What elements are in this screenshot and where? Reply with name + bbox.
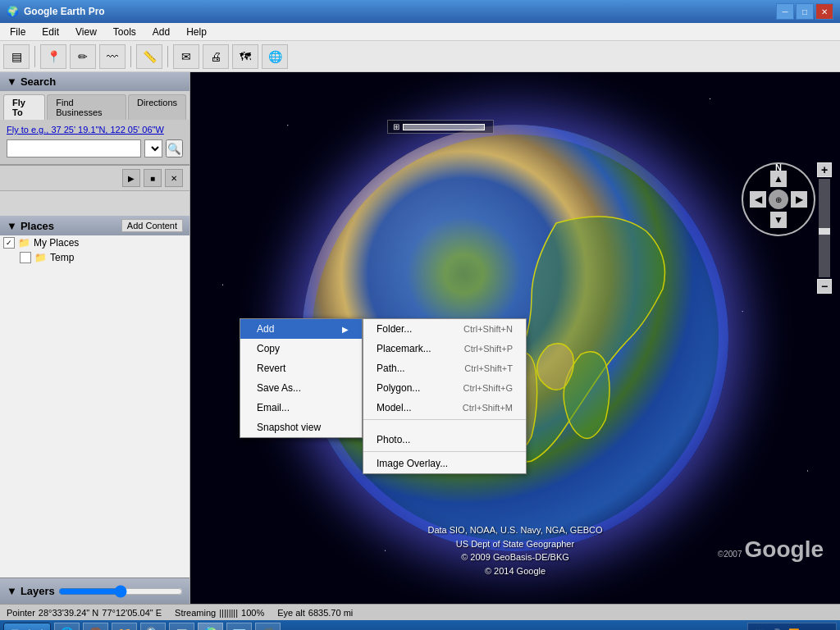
path-button[interactable]: 〰: [99, 44, 126, 69]
places-section: ▼ Places Add Content ✓ 📁 My Places 📁 Tem…: [0, 216, 189, 578]
scale-visual: [403, 124, 485, 130]
sub-placemark-label: Placemark...: [377, 343, 431, 354]
temp-folder-icon: 📁: [34, 252, 47, 263]
stop-button[interactable]: ■: [144, 169, 162, 187]
ctx-snapshot[interactable]: Snapshot view: [240, 418, 362, 437]
search-button[interactable]: 🔍: [166, 139, 183, 158]
search-dropdown[interactable]: [144, 139, 162, 158]
context-submenu: Folder... Ctrl+Shift+N Placemark... Ctrl…: [363, 318, 527, 474]
sub-photo[interactable]: [363, 422, 526, 430]
sub-folder-label: Folder...: [377, 323, 412, 335]
bottom-status-bar: Pointer 28°33'39.24" N 77°12'05.04" E St…: [0, 604, 840, 620]
taskbar-pc[interactable]: 💻: [169, 623, 194, 630]
taskbar-search[interactable]: 🔍: [140, 623, 166, 630]
sub-polygon[interactable]: Polygon... Ctrl+Shift+G: [363, 378, 526, 398]
menu-edit[interactable]: Edit: [35, 25, 66, 39]
zoom-slider[interactable]: [819, 179, 830, 277]
ctx-revert[interactable]: Revert: [240, 358, 362, 378]
ctx-save-as[interactable]: Save As...: [240, 378, 362, 398]
taskbar-browser[interactable]: 🌐: [54, 623, 80, 630]
places-item-my-places[interactable]: ✓ 📁 My Places: [0, 235, 189, 250]
taskbar-earth[interactable]: 🌍: [198, 623, 223, 630]
google-text: Google: [745, 536, 824, 562]
compass-up-button[interactable]: ▲: [770, 171, 787, 187]
places-item-temp[interactable]: 📁 Temp: [0, 250, 189, 265]
measure-button[interactable]: 📏: [136, 44, 162, 69]
places-title: Places: [21, 220, 54, 232]
add-content-button[interactable]: Add Content: [121, 219, 183, 232]
menu-view[interactable]: View: [69, 25, 103, 39]
tab-fly-to[interactable]: Fly To: [3, 94, 45, 120]
menu-tools[interactable]: Tools: [107, 25, 143, 39]
sub-placemark[interactable]: Placemark... Ctrl+Shift+P: [363, 339, 526, 358]
temp-checkbox[interactable]: [20, 252, 31, 263]
tab-find-businesses[interactable]: Find Businesses: [47, 94, 126, 120]
close-player-button[interactable]: ✕: [165, 169, 183, 187]
my-places-checkbox[interactable]: ✓: [3, 237, 15, 249]
player-controls: ▶ ■ ✕: [0, 166, 189, 191]
earth-button[interactable]: 🌐: [262, 44, 288, 69]
zoom-out-button[interactable]: −: [817, 279, 832, 294]
my-places-folder-icon: 📁: [18, 237, 30, 249]
compass: N ▲ ▼ ◀ ▶ ⊕: [742, 162, 815, 236]
email-button[interactable]: ✉: [173, 44, 199, 69]
ctx-revert-label: Revert: [257, 363, 285, 374]
copyright-text: ©2007: [718, 550, 742, 559]
streaming-label: Streaming: [175, 608, 216, 618]
compass-right-button[interactable]: ▶: [791, 191, 807, 208]
system-tray: 🛡 🔊 📶 15:05: [747, 623, 837, 630]
ctx-snapshot-label: Snapshot view: [257, 422, 321, 433]
search-title: Search: [21, 75, 56, 88]
ctx-save-as-label: Save As...: [257, 382, 301, 394]
sub-separator-2: [363, 451, 526, 452]
menu-add[interactable]: Add: [146, 25, 176, 39]
status-pointer: Pointer 28°33'39.24" N 77°12'05.04" E: [7, 608, 162, 618]
zoom-in-button[interactable]: +: [817, 162, 832, 177]
taskbar-firefox[interactable]: 🦁: [83, 623, 108, 630]
start-button[interactable]: ⊞ start: [3, 623, 51, 630]
polygon-button[interactable]: ✏: [70, 44, 96, 69]
layer-opacity-slider[interactable]: [58, 585, 183, 598]
minimize-button[interactable]: ─: [776, 3, 794, 20]
map-button[interactable]: 🗺: [232, 44, 258, 69]
taskbar-skype[interactable]: 📧: [226, 623, 252, 630]
sub-path[interactable]: Path... Ctrl+Shift+T: [363, 358, 526, 378]
taskbar-files[interactable]: 📁: [112, 623, 137, 630]
print-button[interactable]: 🖨: [203, 44, 229, 69]
play-button[interactable]: ▶: [122, 169, 140, 187]
my-places-label: My Places: [34, 237, 79, 249]
ctx-copy[interactable]: Copy: [240, 339, 362, 358]
placemark-button[interactable]: 📍: [40, 44, 66, 69]
status-streaming: Streaming |||||||| 100%: [175, 608, 264, 618]
search-input[interactable]: [7, 139, 141, 158]
sub-polygon-label: Polygon...: [377, 382, 420, 394]
toolbar: ▤ 📍 ✏ 〰 📏 ✉ 🖨 🗺 🌐: [0, 41, 840, 72]
compass-left-button[interactable]: ◀: [750, 191, 766, 208]
search-header: ▼ Search: [0, 72, 189, 91]
search-section: ▼ Search Fly To Find Businesses Directio…: [0, 72, 189, 166]
sub-network-link[interactable]: Image Overlay...: [363, 454, 526, 473]
sub-folder[interactable]: Folder... Ctrl+Shift+N: [363, 319, 526, 339]
sub-path-shortcut: Ctrl+Shift+T: [464, 363, 513, 373]
sidebar-toggle-button[interactable]: ▤: [3, 44, 30, 69]
fly-to-label: Fly to e.g., 37 25' 19.1"N, 122 05' 06"W: [0, 120, 189, 136]
ctx-email[interactable]: Email...: [240, 398, 362, 418]
sub-separator-1: [363, 419, 526, 420]
maximize-button[interactable]: □: [796, 3, 814, 20]
google-logo: ©2007 Google: [718, 536, 824, 563]
compass-down-button[interactable]: ▼: [770, 212, 787, 228]
menu-file[interactable]: File: [3, 25, 32, 39]
ctx-add[interactable]: Add ▶: [240, 319, 362, 339]
tab-directions[interactable]: Directions: [128, 94, 186, 120]
menu-help[interactable]: Help: [180, 25, 213, 39]
main-layout: ▼ Search Fly To Find Businesses Directio…: [0, 72, 840, 604]
scale-bar[interactable]: ⊞: [387, 120, 494, 134]
sub-model[interactable]: Model... Ctrl+Shift+M: [363, 398, 526, 418]
sub-image-overlay[interactable]: Photo...: [363, 430, 526, 450]
taskbar-music[interactable]: 🎵: [255, 623, 281, 630]
sub-placemark-shortcut: Ctrl+Shift+P: [464, 344, 513, 354]
map-area[interactable]: ⊞ N ▲ ▼ ◀ ▶ ⊕ + − Data SIO, NOAA, U.S. N…: [190, 72, 840, 604]
close-button[interactable]: ✕: [815, 3, 833, 20]
compass-center-button[interactable]: ⊕: [769, 189, 788, 209]
layers-triangle-icon: ▼: [7, 585, 17, 597]
